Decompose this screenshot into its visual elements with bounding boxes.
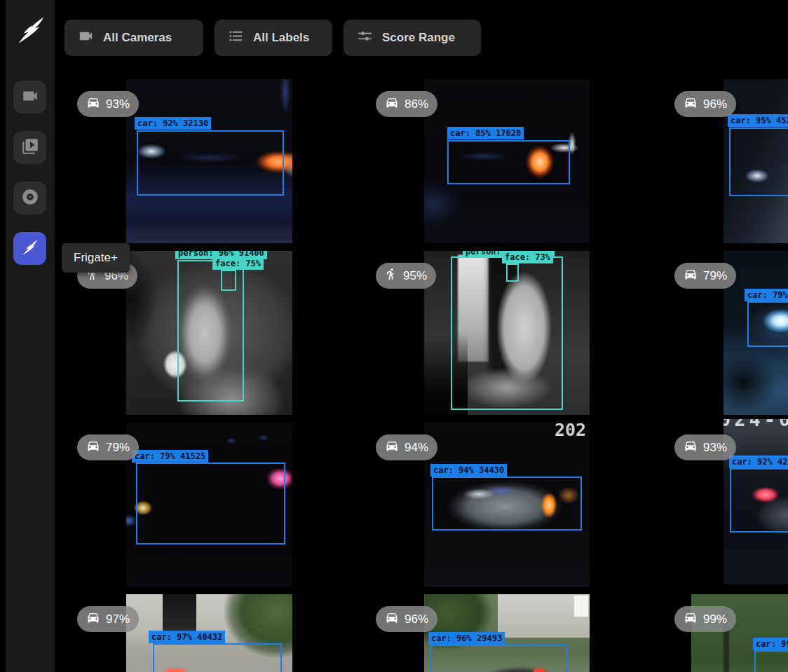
bbox-label: car: 97% 40432 xyxy=(149,631,225,643)
score-value: 94% xyxy=(405,441,428,455)
score-value: 97% xyxy=(106,612,130,626)
review-icon xyxy=(21,137,39,158)
car-icon xyxy=(86,95,100,113)
detection-thumbnail[interactable]: car: 96% 29493 xyxy=(424,594,590,672)
frigate-plus-icon xyxy=(21,238,39,259)
bbox-label: car: 94% 34430 xyxy=(430,464,507,476)
sidebar-item-frigate-plus[interactable] xyxy=(13,232,46,265)
timestamp-overlay: 202 xyxy=(555,423,586,440)
car-icon xyxy=(684,439,698,456)
score-badge: 79% xyxy=(77,434,139,460)
score-value: 95% xyxy=(403,269,427,283)
score-range-label: Score Range xyxy=(382,31,455,45)
camera-icon xyxy=(78,28,94,48)
score-value: 79% xyxy=(106,441,130,455)
list-icon xyxy=(228,28,244,48)
all-labels-filter-button[interactable]: All Labels xyxy=(215,20,332,56)
face-label: face: 75% xyxy=(212,257,264,270)
score-badge: 79% xyxy=(674,263,736,289)
bbox-label: car: 79% 41525 xyxy=(132,450,208,462)
score-badge: 96% xyxy=(674,91,736,117)
score-badge: 97% xyxy=(77,606,139,632)
car-icon xyxy=(86,439,100,456)
score-badge: 86% xyxy=(376,91,437,117)
camera-icon xyxy=(21,87,39,108)
score-value: 93% xyxy=(106,97,130,111)
detection-thumbnail[interactable]: 202 car: 94% 34430 xyxy=(424,423,590,587)
detection-bbox xyxy=(432,476,582,530)
score-value: 79% xyxy=(703,269,727,283)
sliders-icon xyxy=(357,28,373,48)
score-value: 96% xyxy=(703,97,727,111)
bbox-label: car: 99% 25 xyxy=(753,638,788,650)
score-badge: 93% xyxy=(77,91,139,117)
scene-window xyxy=(574,596,588,617)
sidebar-item-live[interactable] xyxy=(13,81,46,114)
score-badge: 96% xyxy=(376,606,437,632)
timestamp-overlay: 024-08-0 xyxy=(724,419,788,430)
car-icon xyxy=(385,95,399,113)
bbox-label: car: 96% 29493 xyxy=(428,632,505,645)
detection-thumbnail[interactable]: car: 92% 32130 xyxy=(126,79,292,243)
bbox-label: car: 92% 4216 xyxy=(729,455,788,468)
bbox-label: car: 92% 32130 xyxy=(135,117,211,130)
car-icon xyxy=(385,439,399,456)
frigate-plus-tooltip: Frigate+ xyxy=(62,243,130,273)
bbox-label: car: 85% 17628 xyxy=(447,127,524,139)
score-value: 99% xyxy=(703,612,727,626)
sidebar-item-export[interactable] xyxy=(13,181,46,214)
score-value: 96% xyxy=(405,612,428,626)
detection-bbox xyxy=(447,140,570,184)
all-cameras-filter-button[interactable]: All Cameras xyxy=(64,20,203,56)
score-badge: 95% xyxy=(376,263,436,289)
detection-bbox xyxy=(729,128,788,196)
detection-thumbnail[interactable]: person: 94% 82630 face: 73% xyxy=(424,251,590,415)
score-badge: 93% xyxy=(674,434,736,460)
frigate-logo-icon xyxy=(15,14,47,50)
bbox-label: car: 95% 45260 xyxy=(728,114,788,127)
detection-bbox xyxy=(137,130,284,196)
detection-thumbnail[interactable]: car: 79% 41525 xyxy=(126,423,292,587)
car-icon xyxy=(684,267,698,284)
score-range-filter-button[interactable]: Score Range xyxy=(344,20,481,56)
car-icon xyxy=(86,610,100,628)
score-badge: 99% xyxy=(674,606,736,632)
detection-bbox xyxy=(153,643,282,672)
sidebar-item-review[interactable] xyxy=(13,131,46,164)
person-icon xyxy=(385,268,398,284)
sidebar xyxy=(6,0,55,672)
bbox-label: car: 79% xyxy=(745,289,788,301)
score-value: 86% xyxy=(405,97,428,111)
detection-bbox xyxy=(730,468,788,533)
car-icon xyxy=(385,610,399,628)
car-icon xyxy=(684,610,698,628)
score-badge: 94% xyxy=(376,434,437,460)
frigate-app: { "sidebar": { "tooltip": "Frigate+", "i… xyxy=(0,0,788,672)
detection-thumbnail[interactable]: car: 97% 40432 xyxy=(126,594,292,672)
face-bbox xyxy=(221,270,236,291)
detection-thumbnail[interactable]: person: 96% 91400 face: 75% xyxy=(126,251,292,415)
face-bbox xyxy=(506,263,519,282)
scene-doorway xyxy=(163,594,196,633)
detection-bbox xyxy=(747,301,788,347)
score-value: 93% xyxy=(703,441,727,455)
record-icon xyxy=(21,188,39,209)
car-icon xyxy=(684,95,698,113)
face-label: face: 73% xyxy=(502,251,553,263)
detection-thumbnail[interactable]: car: 85% 17628 xyxy=(424,79,590,243)
all-cameras-label: All Cameras xyxy=(103,31,172,45)
detection-bbox xyxy=(136,462,285,544)
detection-bbox xyxy=(430,645,567,672)
all-labels-label: All Labels xyxy=(253,31,309,45)
detection-bbox xyxy=(754,650,788,672)
